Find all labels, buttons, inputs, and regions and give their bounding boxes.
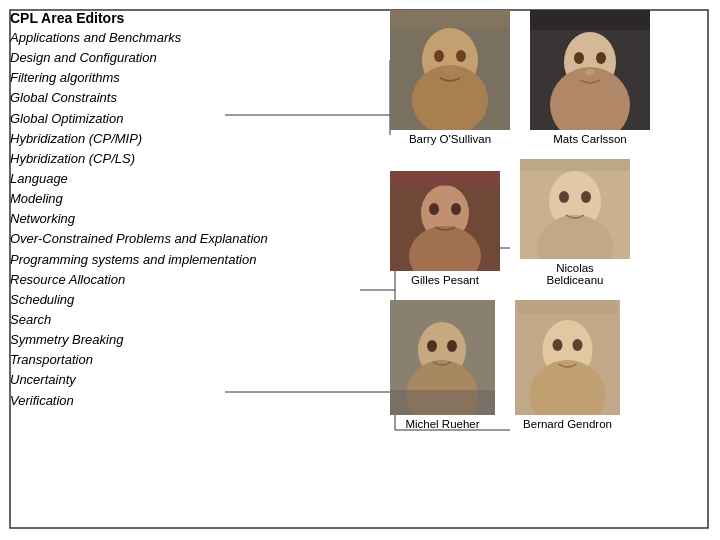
mats-label: Mats Carlsson [553,133,627,145]
list-item[interactable]: Programming systems and implementation [10,250,400,270]
list-item[interactable]: Design and Configuration [10,48,400,68]
photo-grid: Barry O'Sullivan Mats Carlsson [390,10,710,444]
left-panel: CPL Area Editors Applications and Benchm… [10,10,400,411]
list-item[interactable]: Hybridization (CP/MIP) [10,129,400,149]
svg-point-34 [581,191,591,203]
bernard-col: Bernard Gendron [515,300,620,430]
cpl-title: CPL Area Editors [10,10,400,26]
svg-rect-35 [520,159,630,171]
michel-photo [390,300,495,415]
michel-label: Michel Rueher [405,418,479,430]
list-item[interactable]: Language [10,169,400,189]
list-item[interactable]: Filtering algorithms [10,68,400,88]
list-item[interactable]: Scheduling [10,290,400,310]
photo-row-1: Barry O'Sullivan Mats Carlsson [390,10,710,145]
list-item[interactable]: Verification [10,391,400,411]
svg-point-28 [451,203,461,215]
list-item[interactable]: Search [10,310,400,330]
svg-point-13 [434,50,444,62]
gilles-col: Gilles Pesant [390,171,500,286]
svg-point-39 [427,340,437,352]
mats-col: Mats Carlsson [530,10,650,145]
svg-point-14 [456,50,466,62]
page-container: CPL Area Editors Applications and Benchm… [0,0,720,540]
barry-photo [390,10,510,130]
svg-point-22 [585,69,595,75]
svg-point-46 [573,339,583,351]
area-list: Applications and Benchmarks Design and C… [10,28,400,411]
list-item[interactable]: Hybridization (CP/LS) [10,149,400,169]
list-item[interactable]: Modeling [10,189,400,209]
michel-col: Michel Rueher [390,300,495,430]
bernard-label: Bernard Gendron [523,418,612,430]
list-item[interactable]: Applications and Benchmarks [10,28,400,48]
barry-col: Barry O'Sullivan [390,10,510,145]
mats-photo [530,10,650,130]
svg-rect-29 [390,171,500,186]
svg-point-45 [553,339,563,351]
nicolas-photo [520,159,630,259]
barry-label: Barry O'Sullivan [409,133,491,145]
list-item[interactable]: Global Optimization [10,109,400,129]
list-item[interactable]: Uncertainty [10,370,400,390]
svg-point-15 [444,66,456,74]
gilles-photo [390,171,500,271]
svg-point-33 [559,191,569,203]
svg-rect-16 [390,10,510,28]
list-item[interactable]: Networking [10,209,400,229]
photo-row-3: Michel Rueher Bernard Gendron [390,300,710,430]
bernard-photo [515,300,620,415]
nicolas-col: NicolasBeldiceanu [520,159,630,286]
list-item[interactable]: Transportation [10,350,400,370]
svg-rect-23 [530,10,650,30]
svg-point-20 [574,52,584,64]
nicolas-label: NicolasBeldiceanu [547,262,604,286]
list-item[interactable]: Symmetry Breaking [10,330,400,350]
gilles-label: Gilles Pesant [411,274,479,286]
svg-point-21 [596,52,606,64]
list-item[interactable]: Over-Constrained Problems and Explanatio… [10,229,400,249]
photo-row-2: Gilles Pesant NicolasBeldiceanu [390,159,710,286]
svg-point-27 [429,203,439,215]
svg-point-40 [447,340,457,352]
svg-rect-41 [390,390,495,415]
list-item[interactable]: Global Constraints [10,88,400,108]
svg-rect-47 [518,300,618,314]
list-item[interactable]: Resource Allocation [10,270,400,290]
